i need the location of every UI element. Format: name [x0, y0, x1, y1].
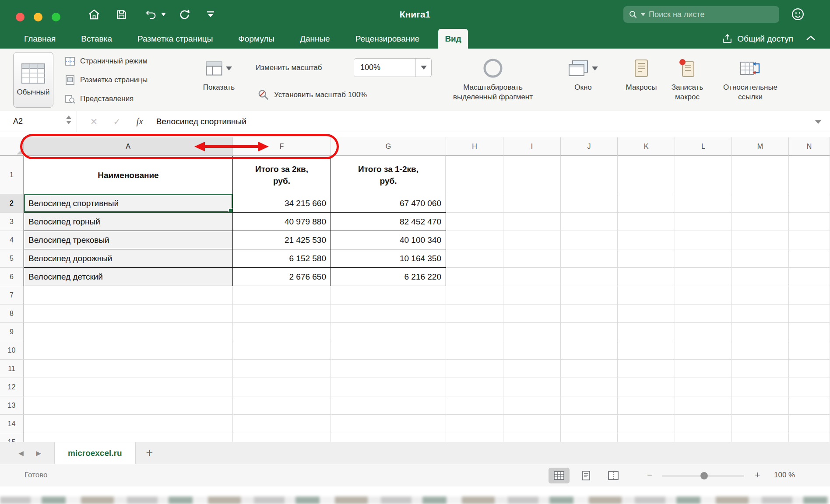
expand-formula-bar-icon[interactable] [815, 120, 821, 124]
cell-M3[interactable] [732, 213, 789, 231]
cell-F9[interactable] [233, 323, 331, 341]
cell-G1[interactable]: Итого за 1-2кв, руб. [331, 156, 446, 194]
name-box[interactable]: A2 [0, 111, 77, 132]
cell-F15[interactable] [233, 433, 331, 442]
cell-L8[interactable] [675, 304, 732, 323]
cell-L6[interactable] [675, 268, 732, 286]
cell-J4[interactable] [561, 231, 618, 249]
cell-I3[interactable] [503, 213, 561, 231]
cell-G6[interactable]: 6 216 220 [331, 268, 446, 286]
cell-H3[interactable] [446, 213, 503, 231]
row-header-6[interactable]: 6 [0, 268, 24, 286]
insert-function-icon[interactable]: fx [137, 116, 143, 127]
cell-J1[interactable] [561, 156, 618, 194]
cell-A6[interactable]: Велосипед детский [24, 268, 233, 286]
page-break-preview-button[interactable]: Страничный режим [65, 55, 148, 68]
cell-F3[interactable]: 40 979 880 [233, 213, 331, 231]
zoom-slider-thumb[interactable] [700, 472, 708, 480]
ribbon-tab-4[interactable]: Формулы [232, 29, 281, 49]
column-header-I[interactable]: I [503, 137, 561, 156]
cell-N1[interactable] [789, 156, 830, 194]
ribbon-tab-7[interactable]: Вид [438, 29, 468, 49]
cell-F7[interactable] [233, 286, 331, 304]
zoom-100-button[interactable]: Установить масштаб 100% [257, 89, 367, 101]
row-header-12[interactable]: 12 [0, 378, 24, 396]
cell-G8[interactable] [331, 304, 446, 323]
ribbon-tab-1[interactable]: Главная [18, 29, 62, 49]
cell-A9[interactable] [24, 323, 233, 341]
search-scope-caret-icon[interactable] [641, 13, 645, 16]
cell-L1[interactable] [675, 156, 732, 194]
cell-G15[interactable] [331, 433, 446, 442]
search-input[interactable]: Поиск на листе [623, 6, 779, 23]
cell-I2[interactable] [503, 194, 561, 213]
cell-A10[interactable] [24, 341, 233, 360]
status-page-break-view-button[interactable] [603, 468, 624, 483]
cell-N14[interactable] [789, 415, 830, 433]
cell-G9[interactable] [331, 323, 446, 341]
undo-dropdown-icon[interactable] [159, 7, 167, 22]
column-header-N[interactable]: N [789, 137, 830, 156]
cell-N2[interactable] [789, 194, 830, 213]
cell-A11[interactable] [24, 360, 233, 378]
cell-G12[interactable] [331, 378, 446, 396]
cell-F6[interactable]: 2 676 650 [233, 268, 331, 286]
cell-N7[interactable] [789, 286, 830, 304]
row-header-2[interactable]: 2 [0, 194, 24, 213]
cell-A1[interactable]: Наименование [24, 156, 233, 194]
cell-K12[interactable] [618, 378, 675, 396]
cell-K7[interactable] [618, 286, 675, 304]
cell-H13[interactable] [446, 396, 503, 415]
zoom-out-button[interactable]: − [647, 469, 653, 481]
cell-M7[interactable] [732, 286, 789, 304]
cell-G10[interactable] [331, 341, 446, 360]
cell-L9[interactable] [675, 323, 732, 341]
cell-G7[interactable] [331, 286, 446, 304]
cell-K3[interactable] [618, 213, 675, 231]
cell-N13[interactable] [789, 396, 830, 415]
cell-N8[interactable] [789, 304, 830, 323]
cell-L7[interactable] [675, 286, 732, 304]
cancel-entry-icon[interactable]: ✕ [90, 116, 98, 127]
cell-J7[interactable] [561, 286, 618, 304]
row-header-13[interactable]: 13 [0, 396, 24, 415]
cell-I13[interactable] [503, 396, 561, 415]
cell-F14[interactable] [233, 415, 331, 433]
cell-N5[interactable] [789, 249, 830, 268]
confirm-entry-icon[interactable]: ✓ [113, 116, 121, 127]
cell-I11[interactable] [503, 360, 561, 378]
cell-H14[interactable] [446, 415, 503, 433]
cell-K10[interactable] [618, 341, 675, 360]
cell-J14[interactable] [561, 415, 618, 433]
cell-K15[interactable] [618, 433, 675, 442]
save-icon[interactable] [113, 7, 130, 22]
column-header-L[interactable]: L [675, 137, 732, 156]
cell-F10[interactable] [233, 341, 331, 360]
cell-L13[interactable] [675, 396, 732, 415]
zoom-to-selection-button[interactable]: Масштабировать выделенный фрагмент [451, 54, 535, 102]
cell-A3[interactable]: Велосипед горный [24, 213, 233, 231]
zoom-combobox[interactable]: 100% [354, 58, 432, 77]
normal-view-button[interactable]: Обычный [13, 52, 53, 108]
column-header-K[interactable]: K [618, 137, 675, 156]
cell-N15[interactable] [789, 433, 830, 442]
cell-F2[interactable]: 34 215 660 [233, 194, 331, 213]
cell-A2[interactable]: Велосипед спортивный [24, 194, 233, 213]
cell-G4[interactable]: 40 100 340 [331, 231, 446, 249]
cell-I1[interactable] [503, 156, 561, 194]
sheet-tab-microexcel[interactable]: microexcel.ru [54, 442, 136, 464]
cell-H6[interactable] [446, 268, 503, 286]
redo-icon[interactable] [176, 7, 193, 22]
cell-M6[interactable] [732, 268, 789, 286]
home-icon[interactable] [86, 7, 102, 22]
cell-K8[interactable] [618, 304, 675, 323]
cell-F12[interactable] [233, 378, 331, 396]
cell-I6[interactable] [503, 268, 561, 286]
row-header-14[interactable]: 14 [0, 415, 24, 433]
cell-A7[interactable] [24, 286, 233, 304]
column-header-F[interactable]: F [233, 137, 331, 156]
feedback-smiley-icon[interactable] [791, 7, 805, 21]
column-header-J[interactable]: J [561, 137, 618, 156]
row-header-11[interactable]: 11 [0, 360, 24, 378]
cell-K1[interactable] [618, 156, 675, 194]
